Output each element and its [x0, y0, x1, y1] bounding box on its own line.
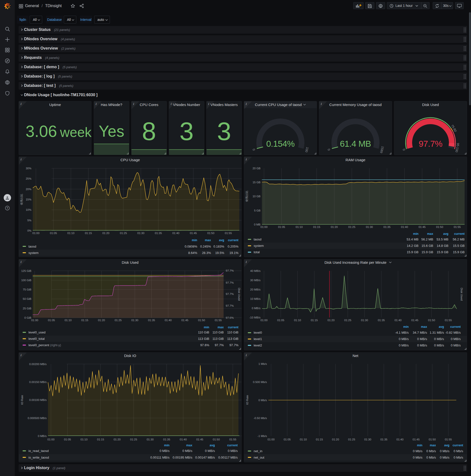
svg-text:level0_total: level0_total: [29, 337, 45, 340]
svg-text:min: min: [204, 326, 209, 329]
svg-text:113 GiB: 113 GiB: [198, 337, 209, 340]
svg-text:01:40: 01:40: [401, 225, 408, 228]
svg-text:15.9 GB: 15.9 GB: [437, 250, 448, 254]
svg-text:avg: avg: [439, 325, 444, 328]
svg-text:0 Mb/s: 0 Mb/s: [454, 456, 463, 459]
svg-text:0 MB/s: 0 MB/s: [183, 449, 193, 453]
svg-text:97.7%: 97.7%: [226, 304, 234, 307]
svg-text:01:45: 01:45: [190, 232, 197, 235]
svg-text:avg: avg: [209, 444, 215, 447]
svg-text:01:00: 01:00: [31, 319, 38, 322]
svg-text:0 MB/s: 0 MB/s: [205, 449, 215, 453]
svg-text:level0: level0: [254, 331, 262, 334]
svg-text:01:55: 01:55: [229, 438, 236, 441]
svg-text:0.00150 MB/s: 0.00150 MB/s: [29, 381, 47, 384]
svg-text:0 MB/s: 0 MB/s: [399, 337, 409, 341]
svg-text:0.500 Mb/s: 0.500 Mb/s: [253, 381, 267, 384]
svg-text:0.154%: 0.154%: [266, 139, 295, 149]
svg-text:max: max: [430, 444, 436, 447]
svg-text:01:05: 01:05: [278, 225, 285, 228]
svg-text:Disk Used: Disk Used: [460, 288, 463, 301]
svg-text:01:15: 01:15: [313, 225, 320, 228]
svg-text:01:00: 01:00: [47, 438, 54, 441]
svg-text:110 GiB: 110 GiB: [198, 330, 209, 334]
svg-text:0 MB/s: 0 MB/s: [417, 343, 427, 347]
svg-text:15.9 GB: 15.9 GB: [453, 250, 465, 254]
svg-text:01:00: 01:00: [32, 232, 39, 235]
svg-text:taosd: taosd: [29, 245, 36, 248]
svg-text:01:40: 01:40: [180, 438, 187, 441]
svg-text:20 MB/s: 20 MB/s: [250, 288, 261, 291]
svg-text:01:55: 01:55: [215, 319, 222, 322]
svg-text:system: system: [29, 251, 38, 255]
svg-text:01:25: 01:25: [348, 438, 355, 441]
svg-text:-0.82 MB/s: -0.82 MB/s: [445, 331, 461, 334]
svg-text:CPU Usage: CPU Usage: [120, 158, 140, 162]
svg-text:level2: level2: [254, 343, 262, 347]
svg-text:Net: Net: [353, 354, 358, 358]
svg-text:0 MB/s: 0 MB/s: [417, 337, 427, 341]
svg-text:01:40: 01:40: [172, 232, 179, 235]
svg-text:max: max: [205, 238, 211, 242]
svg-text:net_out: net_out: [254, 456, 265, 459]
svg-text:min: min: [417, 444, 422, 447]
svg-text:0 Mb/s: 0 Mb/s: [426, 449, 436, 453]
svg-text:01:25: 01:25: [115, 319, 122, 322]
svg-text:RAM Usage: RAM Usage: [346, 158, 366, 162]
svg-text:40 MB/s: 40 MB/s: [250, 269, 261, 272]
svg-text:0 MB/s: 0 MB/s: [160, 449, 170, 453]
svg-text:110 GiB: 110 GiB: [227, 330, 238, 334]
svg-text:level0_used: level0_used: [29, 330, 45, 334]
svg-text:01:15: 01:15: [97, 438, 104, 441]
svg-text:01:30: 01:30: [361, 319, 368, 322]
svg-text:0.00100 MB/s: 0.00100 MB/s: [29, 398, 47, 401]
svg-text:0 Mb/s: 0 Mb/s: [413, 456, 423, 459]
svg-text:15.5 GB: 15.5 GB: [453, 244, 465, 248]
svg-text:95: 95: [456, 143, 460, 147]
svg-text:5%: 5%: [27, 219, 31, 222]
svg-text:01:05: 01:05: [284, 438, 291, 441]
svg-text:0.183%: 0.183%: [213, 245, 224, 248]
svg-text:01:30: 01:30: [364, 438, 371, 441]
svg-text:53.4 MB: 53.4 MB: [407, 238, 419, 241]
svg-text:taosd: taosd: [254, 238, 262, 241]
svg-text:0.205%: 0.205%: [228, 245, 239, 248]
svg-text:53.5 MB: 53.5 MB: [437, 238, 448, 241]
svg-text:01:00: 01:00: [261, 225, 268, 228]
svg-text:-1 Mb/s: -1 Mb/s: [258, 435, 267, 438]
svg-text:19.5%: 19.5%: [215, 251, 224, 255]
svg-text:125 GiB: 125 GiB: [21, 269, 31, 272]
svg-text:01:45: 01:45: [196, 438, 203, 441]
svg-text:01:20: 01:20: [331, 225, 338, 228]
svg-text:current: current: [228, 326, 239, 329]
svg-text:current: current: [450, 325, 461, 328]
svg-text:total: total: [254, 250, 260, 254]
svg-text:01:10: 01:10: [296, 225, 303, 228]
svg-text:50 GiB: 50 GiB: [23, 297, 31, 300]
svg-text:0.00147 MB/s: 0.00147 MB/s: [195, 456, 215, 459]
svg-text:75 GiB: 75 GiB: [23, 288, 31, 291]
svg-text:01:45: 01:45: [411, 319, 419, 322]
svg-text:01:05: 01:05: [50, 232, 57, 235]
svg-text:current: current: [227, 444, 238, 447]
svg-text:97.6%: 97.6%: [200, 343, 209, 347]
svg-text:0.245%: 0.245%: [200, 245, 211, 248]
svg-text:01:30: 01:30: [137, 232, 145, 235]
svg-text:97.7%: 97.7%: [215, 343, 224, 347]
svg-text:0 Mb/s: 0 Mb/s: [454, 449, 463, 453]
svg-text:01:55: 01:55: [454, 225, 461, 228]
svg-text:01:15: 01:15: [85, 232, 92, 235]
svg-text:0.00195 MB/s: 0.00195 MB/s: [173, 456, 193, 459]
svg-text:使用占比: 使用占比: [20, 194, 23, 205]
svg-text:8.64%: 8.64%: [188, 251, 197, 255]
svg-text:0 MB/s: 0 MB/s: [228, 449, 238, 453]
svg-text:-10 MB/s: -10 MB/s: [249, 316, 261, 319]
svg-text:10%: 10%: [26, 208, 31, 211]
svg-text:01:20: 01:20: [98, 319, 105, 322]
svg-text:01:00: 01:00: [268, 438, 275, 441]
svg-text:0%: 0%: [27, 229, 31, 232]
svg-text:max: max: [421, 325, 427, 328]
svg-text:01:15: 01:15: [316, 438, 323, 441]
svg-text:01:40: 01:40: [165, 319, 172, 322]
svg-text:0 MB/s: 0 MB/s: [252, 307, 261, 310]
